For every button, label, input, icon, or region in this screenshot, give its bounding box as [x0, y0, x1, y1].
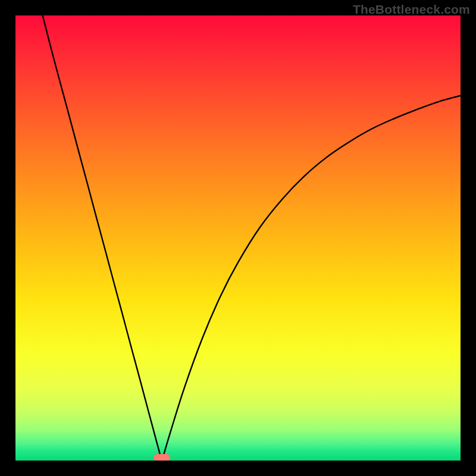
plot-area: [15, 15, 461, 461]
watermark-label: TheBottleneck.com: [353, 2, 470, 17]
bottleneck-curve: [15, 15, 461, 461]
optimum-marker: [154, 454, 170, 461]
chart-frame: TheBottleneck.com: [0, 0, 476, 476]
